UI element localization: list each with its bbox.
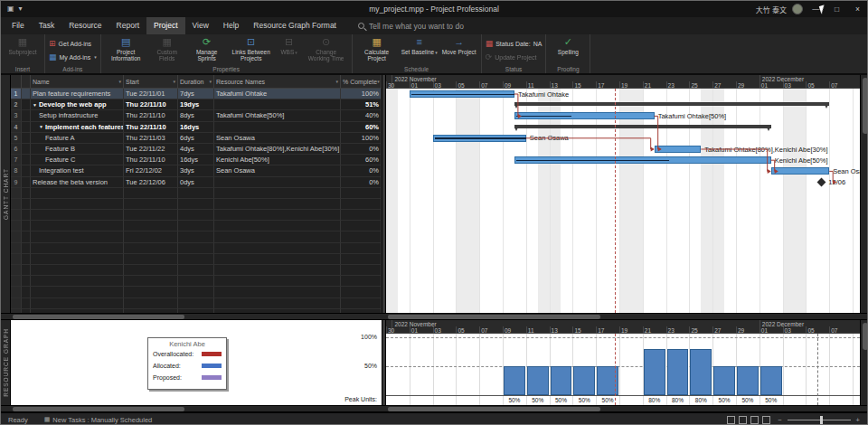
row-number[interactable] [11,210,22,221]
gantt-bar-row-3[interactable] [514,112,655,119]
cell-duration[interactable]: 0dys [178,177,214,188]
maximize-button[interactable]: □ [829,1,844,17]
ribbon-button-links-between-projects[interactable]: ⊡Links Between Projects [229,35,274,65]
ribbon-button-move-project[interactable]: →Move Project [441,35,477,65]
cell-complete[interactable] [341,243,382,254]
cell-duration[interactable] [178,298,214,309]
resource-hscroll-thumb[interactable] [388,407,600,411]
cell-complete[interactable]: 100% [341,89,382,99]
bottom-horizontal-scrollbar[interactable] [1,405,868,412]
cell-complete[interactable]: 60% [341,155,382,165]
ribbon-button-spelling[interactable]: ✓Spelling [550,35,586,65]
cell-complete[interactable]: 0% [341,165,382,176]
cell-start[interactable] [124,188,178,199]
row-number[interactable]: 9 [11,177,22,188]
cell-complete[interactable] [341,210,382,221]
cell-name[interactable] [31,287,124,298]
cell-name[interactable]: Feature A [31,133,124,144]
cell-start[interactable]: Thu 22/11/10 [124,99,178,110]
gantt-hscroll-thumb[interactable] [388,315,600,319]
zoom-slider[interactable] [788,420,851,420]
cell-complete[interactable] [341,199,382,210]
cell-complete[interactable] [341,188,382,199]
cell-start[interactable] [124,265,178,276]
cell-start[interactable]: Tue 22/11/22 [124,144,178,155]
cell-resources[interactable]: Sean Osawa [214,133,341,144]
cell-resources[interactable] [214,298,341,309]
cell-duration[interactable] [178,231,214,242]
cell-duration[interactable] [178,254,214,265]
cell-resources[interactable] [214,177,341,188]
cell-name[interactable]: ▼Develop the web app [31,99,124,110]
cell-complete[interactable]: 100% [341,133,382,144]
cell-complete[interactable]: 51% [341,99,382,110]
cell-name[interactable] [31,276,124,287]
cell-name[interactable] [31,243,124,254]
cell-duration[interactable] [178,287,214,298]
customize-qat-icon[interactable]: ▾ [19,1,23,17]
ribbon-button-status-date[interactable]: ▦Status Date:NA [486,38,542,49]
cell-start[interactable] [124,231,178,242]
cell-start[interactable] [124,243,178,254]
cell-name[interactable] [31,265,124,276]
cell-resources[interactable]: Sean Osawa [214,165,341,176]
cell-resources[interactable] [214,243,341,254]
cell-start[interactable]: Thu 22/11/03 [124,133,178,144]
ribbon-button-my-add-ins[interactable]: ▦My Add-ins▾ [49,52,97,62]
row-number[interactable] [11,298,22,309]
gantt-bar-row-7[interactable] [514,156,771,164]
cell-duration[interactable]: 4dys [178,144,214,155]
cell-duration[interactable]: 8dys [178,110,214,121]
ribbon-button-calculate-project[interactable]: ▦Calculate Project [356,35,398,65]
cell-start[interactable]: Thu 22/11/10 [124,155,178,165]
column-header-resource-names[interactable]: Resource Names▾ [214,75,341,89]
cell-complete[interactable] [341,287,382,298]
cell-resources[interactable] [214,276,341,287]
select-all-corner[interactable] [11,75,22,89]
cell-resources[interactable] [214,265,341,276]
cell-duration[interactable] [178,188,214,199]
cell-name[interactable] [31,188,124,199]
row-number[interactable] [11,188,22,199]
scrollbar-thumb[interactable] [863,323,868,350]
account-avatar[interactable] [792,4,803,14]
tab-resource[interactable]: Resource [61,17,108,34]
cell-duration[interactable] [178,276,214,287]
cell-name[interactable]: Setup infrastructure [31,110,124,121]
cell-complete[interactable] [341,221,382,231]
row-number[interactable]: 7 [11,155,22,165]
cell-duration[interactable] [178,199,214,210]
tab-view[interactable]: View [185,17,216,34]
cell-duration[interactable]: 16dys [178,122,214,133]
ribbon-button-set-baseline[interactable]: ≡Set Baseline▾ [400,35,439,65]
gantt-bar-row-5[interactable] [433,135,526,142]
tab-project[interactable]: Project [146,17,184,34]
row-number[interactable] [11,265,22,276]
cell-start[interactable] [124,298,178,309]
cell-name[interactable] [31,298,124,309]
gantt-vertical-scrollbar[interactable] [860,75,868,313]
cell-duration[interactable] [178,243,214,254]
cell-start[interactable] [124,254,178,265]
cell-resources[interactable]: Kenichi Abe[50%] [214,155,341,165]
cell-duration[interactable]: 7dys [178,89,214,99]
row-number[interactable] [11,221,22,231]
row-number[interactable] [11,199,22,210]
cell-start[interactable]: Thu 22/11/10 [124,110,178,121]
cell-start[interactable]: Fri 22/12/02 [124,165,178,176]
tab-help[interactable]: Help [216,17,246,34]
cell-complete[interactable] [341,298,382,309]
gantt-summary-bar-row-2[interactable] [514,102,829,106]
row-number[interactable]: 5 [11,133,22,144]
cell-start[interactable]: Thu 22/11/10 [124,122,178,133]
top-horizontal-scrollbar[interactable] [1,313,868,320]
cell-duration[interactable]: 19dys [178,99,214,110]
cell-start[interactable] [124,199,178,210]
tab-task[interactable]: Task [32,17,61,34]
ribbon-button-manage-sprints[interactable]: ⟳Manage Sprints [187,35,227,65]
row-number[interactable]: 1 [11,89,22,99]
cell-resources[interactable] [214,221,341,231]
cell-resources[interactable] [214,254,341,265]
cell-start[interactable] [124,276,178,287]
cell-resources[interactable]: Takafumi Ohtake [214,89,341,99]
